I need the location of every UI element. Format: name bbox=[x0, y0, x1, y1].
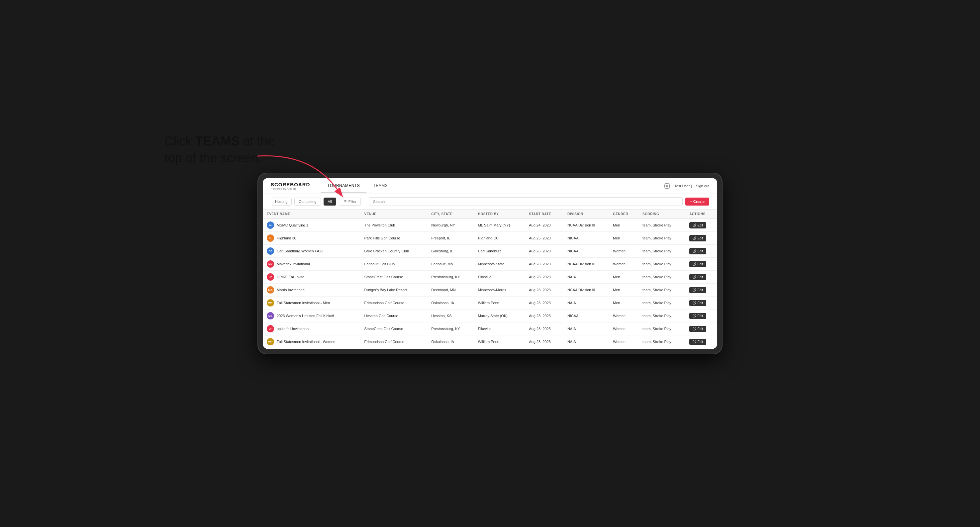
cell-city-state-5: Deerwood, MN bbox=[427, 284, 474, 297]
event-name-text-6: Fall Statesmen Invitational - Men bbox=[277, 301, 330, 305]
instruction-line1: Click TEAMS at the bbox=[164, 134, 275, 148]
user-info: Test User | bbox=[675, 184, 692, 188]
cell-city-state-9: Oskaloosa, IA bbox=[427, 335, 474, 348]
cell-actions-10: Edit bbox=[685, 348, 717, 349]
cell-actions-0: Edit bbox=[685, 219, 717, 232]
all-filter-btn[interactable]: All bbox=[324, 198, 336, 206]
cell-event-name-6: WP Fall Statesmen Invitational - Men bbox=[263, 297, 360, 310]
cell-gender-7: Women bbox=[609, 310, 638, 322]
tablet-frame: SCOREBOARD Powered by Clippit TOURNAMENT… bbox=[258, 173, 722, 354]
cell-gender-3: Women bbox=[609, 258, 638, 271]
cell-scoring-7: team, Stroke Play bbox=[638, 310, 685, 322]
hosting-filter-btn[interactable]: Hosting bbox=[271, 198, 292, 206]
edit-icon-8 bbox=[693, 327, 696, 330]
edit-button-2[interactable]: Edit bbox=[689, 248, 706, 254]
table-row: WP Fall Statesmen Invitational - Men Edm… bbox=[263, 297, 717, 310]
team-icon-1: H bbox=[267, 235, 274, 242]
edit-button-8[interactable]: Edit bbox=[689, 326, 706, 332]
table-row: UP UPIKE Fall Invite StoneCrest Golf Cou… bbox=[263, 271, 717, 284]
tab-tournaments[interactable]: TOURNAMENTS bbox=[321, 179, 366, 193]
edit-icon-7 bbox=[693, 314, 696, 317]
cell-gender-9: Women bbox=[609, 335, 638, 348]
team-icon-4: UP bbox=[267, 273, 274, 281]
cell-city-state-6: Oskaloosa, IA bbox=[427, 297, 474, 310]
cell-city-state-8: Prestonsburg, KY bbox=[427, 322, 474, 335]
competing-filter-btn[interactable]: Competing bbox=[294, 198, 321, 206]
cell-hosted-by-10: Vincennes bbox=[474, 348, 525, 349]
cell-hosted-by-3: Minnesota State bbox=[474, 258, 525, 271]
search-input[interactable] bbox=[369, 197, 682, 206]
event-name-text-5: Morris Invitational bbox=[277, 288, 305, 292]
edit-button-0[interactable]: Edit bbox=[689, 222, 706, 229]
edit-button-1[interactable]: Edit bbox=[689, 235, 706, 241]
cell-actions-7: Edit bbox=[685, 310, 717, 322]
cell-actions-6: Edit bbox=[685, 297, 717, 310]
cell-start-date-6: Aug 28, 2023 bbox=[525, 297, 563, 310]
cell-event-name-10: VU VU PREVIEW bbox=[263, 348, 360, 349]
cell-scoring-5: team, Stroke Play bbox=[638, 284, 685, 297]
cell-event-name-3: MV Maverick Invitational bbox=[263, 258, 360, 271]
filter-btn-label: Filter bbox=[348, 200, 356, 203]
cell-hosted-by-7: Murray State (OK) bbox=[474, 310, 525, 322]
filter-icon-btn[interactable]: Filter bbox=[339, 198, 361, 206]
edit-icon-1 bbox=[693, 237, 696, 240]
edit-button-4[interactable]: Edit bbox=[689, 274, 706, 280]
cell-division-7: NICAA II bbox=[563, 310, 609, 322]
create-button[interactable]: + Create bbox=[685, 198, 709, 206]
edit-button-3[interactable]: Edit bbox=[689, 261, 706, 267]
table-container: EVENT NAME VENUE CITY, STATE HOSTED BY S… bbox=[263, 210, 717, 349]
nav-tabs: TOURNAMENTS TEAMS bbox=[321, 179, 664, 193]
cell-actions-8: Edit bbox=[685, 322, 717, 335]
edit-icon-4 bbox=[693, 275, 696, 279]
cell-venue-8: StoneCrest Golf Course bbox=[360, 322, 428, 335]
instruction-highlight: TEAMS bbox=[195, 134, 240, 148]
cell-actions-5: Edit bbox=[685, 284, 717, 297]
table-row: H Highland 36 Park Hills Golf Course Fre… bbox=[263, 232, 717, 245]
cell-division-10: NICAA II bbox=[563, 348, 609, 349]
table-row: WP Fall Statesmen Invitational - Women E… bbox=[263, 335, 717, 348]
team-icon-8: UP bbox=[267, 325, 274, 332]
col-event-name: EVENT NAME bbox=[263, 210, 360, 219]
cell-start-date-4: Aug 28, 2023 bbox=[525, 271, 563, 284]
instruction-line2: top of the screen. bbox=[164, 151, 262, 165]
cell-venue-9: Edmundson Golf Course bbox=[360, 335, 428, 348]
cell-scoring-3: team, Stroke Play bbox=[638, 258, 685, 271]
settings-icon[interactable] bbox=[664, 183, 670, 189]
cell-event-name-1: H Highland 36 bbox=[263, 232, 360, 245]
cell-venue-6: Edmundson Golf Course bbox=[360, 297, 428, 310]
logo-area: SCOREBOARD Powered by Clippit bbox=[271, 182, 310, 190]
cell-scoring-8: team, Stroke Play bbox=[638, 322, 685, 335]
cell-division-2: NICAA I bbox=[563, 245, 609, 258]
cell-city-state-7: Hesston, KS bbox=[427, 310, 474, 322]
cell-hosted-by-6: William Penn bbox=[474, 297, 525, 310]
event-name-text-0: MSMC Qualifying 1 bbox=[277, 223, 308, 227]
team-icon-5: MO bbox=[267, 286, 274, 294]
col-division: DIVISION bbox=[563, 210, 609, 219]
cell-gender-4: Men bbox=[609, 271, 638, 284]
team-icon-9: WP bbox=[267, 338, 274, 345]
cell-city-state-2: Galesburg, IL bbox=[427, 245, 474, 258]
table-header: EVENT NAME VENUE CITY, STATE HOSTED BY S… bbox=[263, 210, 717, 219]
team-icon-7: MS bbox=[267, 312, 274, 319]
cell-event-name-9: WP Fall Statesmen Invitational - Women bbox=[263, 335, 360, 348]
edit-icon-0 bbox=[693, 224, 696, 227]
edit-button-9[interactable]: Edit bbox=[689, 339, 706, 345]
sign-out-link[interactable]: Sign out bbox=[696, 184, 709, 188]
edit-icon-6 bbox=[693, 301, 696, 305]
event-name-text-2: Carl Sandburg Women FA23 bbox=[277, 249, 323, 253]
table-row: M MSMC Qualifying 1 The Powelton Club Ne… bbox=[263, 219, 717, 232]
cell-city-state-0: Newburgh, NY bbox=[427, 219, 474, 232]
cell-hosted-by-4: Pikeville bbox=[474, 271, 525, 284]
team-icon-2: CS bbox=[267, 248, 274, 255]
edit-button-5[interactable]: Edit bbox=[689, 287, 706, 293]
cell-event-name-0: M MSMC Qualifying 1 bbox=[263, 219, 360, 232]
event-name-text-8: upike fall invitational bbox=[277, 327, 309, 331]
edit-button-6[interactable]: Edit bbox=[689, 300, 706, 306]
tab-teams[interactable]: TEAMS bbox=[366, 179, 395, 193]
col-actions: ACTIONS bbox=[685, 210, 717, 219]
team-icon-3: MV bbox=[267, 260, 274, 268]
edit-button-7[interactable]: Edit bbox=[689, 313, 706, 319]
table-row: CS Carl Sandburg Women FA23 Lake Bracken… bbox=[263, 245, 717, 258]
cell-scoring-2: team, Stroke Play bbox=[638, 245, 685, 258]
cell-gender-5: Men bbox=[609, 284, 638, 297]
